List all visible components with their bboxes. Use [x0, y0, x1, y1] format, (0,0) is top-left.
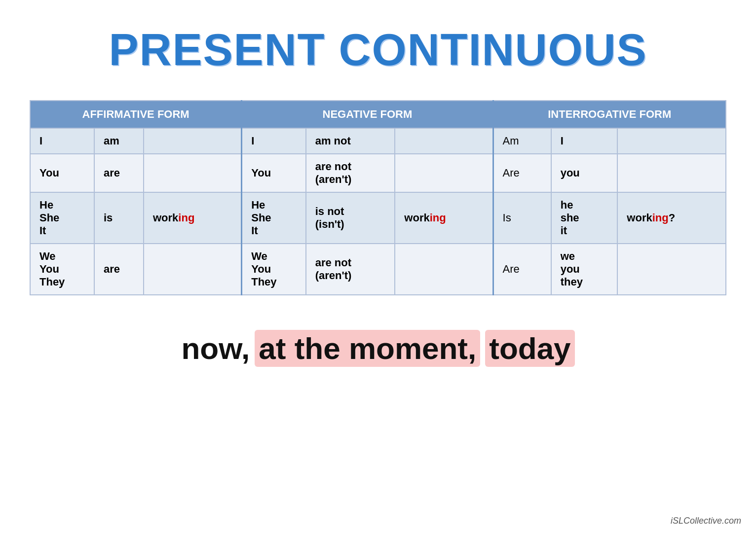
verb-cell: working [144, 192, 242, 244]
cell: Are [493, 154, 551, 192]
verb-cell [617, 244, 726, 295]
verb-cell: working [395, 192, 493, 244]
header-interrogative: INTERROGATIVE FORM [493, 101, 726, 128]
cell: are [94, 244, 144, 295]
cell: You [242, 154, 306, 192]
cell: Is [493, 192, 551, 244]
cell: I [30, 128, 94, 154]
cell: WeYouThey [30, 244, 94, 295]
keyword-at-the-moment: at the moment, [255, 330, 480, 367]
cell: I [551, 128, 618, 154]
verb-cell [395, 128, 493, 154]
cell: are not(aren't) [306, 154, 395, 192]
verb-cell [144, 244, 242, 295]
cell: HeSheIt [30, 192, 94, 244]
cell: am [94, 128, 144, 154]
cell: I [242, 128, 306, 154]
cell: HeSheIt [242, 192, 306, 244]
cell: Am [493, 128, 551, 154]
keyword-now: now, [181, 331, 250, 366]
cell: You [30, 154, 94, 192]
cell: you [551, 154, 618, 192]
cell: hesheit [551, 192, 618, 244]
watermark: iSLCollective.com [671, 516, 741, 526]
cell: is not(isn't) [306, 192, 395, 244]
page-title: PRESENT CONTINUOUS [109, 25, 647, 75]
verb-cell [395, 244, 493, 295]
grammar-table: AFFIRMATIVE FORM NEGATIVE FORM INTERROGA… [30, 100, 726, 295]
header-negative: NEGATIVE FORM [242, 101, 493, 128]
cell: am not [306, 128, 395, 154]
verb-cell [144, 128, 242, 154]
verb-cell [395, 154, 493, 192]
verb-cell [617, 128, 726, 154]
cell: WeYouThey [242, 244, 306, 295]
verb-cell [617, 154, 726, 192]
header-affirmative: AFFIRMATIVE FORM [30, 101, 242, 128]
verb-cell [144, 154, 242, 192]
cell: are not(aren't) [306, 244, 395, 295]
cell: Are [493, 244, 551, 295]
cell: weyouthey [551, 244, 618, 295]
keyword-today: today [485, 330, 574, 367]
verb-cell: working? [617, 192, 726, 244]
bottom-keywords: now, at the moment, today [181, 330, 574, 367]
cell: is [94, 192, 144, 244]
cell: are [94, 154, 144, 192]
